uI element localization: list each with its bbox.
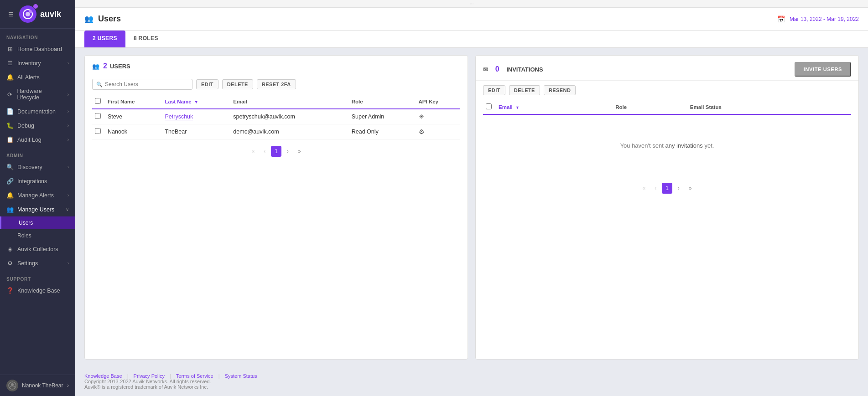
sidebar-item-label: Manage Alerts xyxy=(17,192,54,199)
sidebar-item-debug[interactable]: 🐛 Debug › xyxy=(0,118,75,133)
footer-link-system-status[interactable]: System Status xyxy=(225,373,257,379)
topbar: 👥 Users 📅 Mar 13, 2022 - Mar 19, 2022 xyxy=(75,8,868,31)
inv-delete-button[interactable]: DELETE xyxy=(509,85,540,95)
logo-text: auvik xyxy=(40,10,61,19)
chevron-right-icon: › xyxy=(68,109,69,114)
inv-pg-last-button[interactable]: » xyxy=(685,183,696,194)
col-email[interactable]: Email xyxy=(230,94,348,109)
support-section-label: SUPPORT xyxy=(0,270,75,283)
footer-link-knowledge-base[interactable]: Knowledge Base xyxy=(84,373,122,379)
sidebar-item-audit-log[interactable]: 📋 Audit Log › xyxy=(0,133,75,147)
inv-select-all-checkbox[interactable] xyxy=(486,103,492,109)
collectors-icon: ◈ xyxy=(6,246,14,252)
inv-pg-next-button[interactable]: › xyxy=(674,183,683,194)
col-role[interactable]: Role xyxy=(349,94,416,109)
user-profile-button[interactable]: Nanook TheBear › xyxy=(0,375,75,396)
sidebar-subitem-label: Users xyxy=(19,220,33,226)
invitations-toolbar: EDIT DELETE RESEND xyxy=(476,81,858,100)
sidebar-subitem-label: Roles xyxy=(17,232,31,239)
sidebar-item-all-alerts[interactable]: 🔔 All Alerts xyxy=(0,70,75,84)
user-api-icon[interactable]: ✳ xyxy=(416,109,460,124)
sidebar-item-manage-users[interactable]: 👥 Manage Users ∨ xyxy=(0,202,75,216)
inv-pg-first-button[interactable]: « xyxy=(639,183,649,194)
sidebar-item-label: All Alerts xyxy=(17,74,40,81)
sidebar-item-hardware-lifecycle[interactable]: ⟳ Hardware Lifecycle › xyxy=(0,84,75,104)
user-role: Super Admin xyxy=(349,109,416,124)
users-table-header: First Name Last Name ▼ Email Role xyxy=(92,94,460,109)
sidebar-subitem-roles[interactable]: Roles xyxy=(0,229,75,242)
sidebar-item-label: Settings xyxy=(17,260,38,267)
hamburger-button[interactable]: ☰ xyxy=(6,9,16,20)
tab-users[interactable]: 2 USERS xyxy=(84,31,125,47)
sidebar-item-auvik-collectors[interactable]: ◈ Auvik Collectors xyxy=(0,242,75,256)
date-range-area: 📅 Mar 13, 2022 - Mar 19, 2022 xyxy=(777,15,859,23)
users-panel-title: 2 USERS xyxy=(103,62,130,70)
pg-page-1-button[interactable]: 1 xyxy=(271,146,281,157)
inv-resend-button[interactable]: RESEND xyxy=(544,85,576,95)
sidebar-item-knowledge-base[interactable]: ❓ Knowledge Base xyxy=(0,283,75,298)
reset-2fa-button[interactable]: RESET 2FA xyxy=(257,79,296,89)
footer-link-terms-of-service[interactable]: Terms of Service xyxy=(176,373,213,379)
invitations-panel-title: ✉ 0 INVITATIONS xyxy=(483,65,543,73)
inv-col-role[interactable]: Role xyxy=(613,100,687,114)
users-table-body: Steve Petryschuk spetryschuk@auvik.com S… xyxy=(92,109,460,139)
tab-roles[interactable]: 8 ROLES xyxy=(125,31,166,47)
row-checkbox-cell[interactable] xyxy=(92,124,105,139)
user-name-label: Nanook TheBear xyxy=(22,382,63,389)
search-input[interactable] xyxy=(105,81,188,87)
users-title-label: USERS xyxy=(110,63,130,70)
footer: Knowledge Base | Privacy Policy | Terms … xyxy=(75,367,868,396)
pg-first-button[interactable]: « xyxy=(248,146,258,157)
pg-last-button[interactable]: » xyxy=(294,146,305,157)
sidebar-item-inventory[interactable]: ☰ Inventory › xyxy=(0,56,75,70)
sidebar-subitem-users[interactable]: Users xyxy=(0,216,75,229)
inv-pg-page-1-button[interactable]: 1 xyxy=(662,183,672,194)
sidebar-item-settings[interactable]: ⚙ Settings › xyxy=(0,256,75,270)
inv-col-email[interactable]: Email ▼ xyxy=(496,100,613,114)
sidebar-item-documentation[interactable]: 📄 Documentation › xyxy=(0,104,75,118)
doc-icon: 📄 xyxy=(6,108,14,115)
invite-users-button[interactable]: INVITE USERS xyxy=(795,62,851,77)
inv-edit-button[interactable]: EDIT xyxy=(483,85,505,95)
alert-icon: 🔔 xyxy=(6,74,14,81)
footer-link-privacy-policy[interactable]: Privacy Policy xyxy=(134,373,165,379)
user-last-name: TheBear xyxy=(162,124,230,139)
user-api-icon[interactable]: ⚙ xyxy=(416,124,460,139)
col-first-name[interactable]: First Name xyxy=(105,94,162,109)
manage-users-icon: 👥 xyxy=(6,206,14,213)
nav-section-label: NAVIGATION xyxy=(0,29,75,42)
sidebar-item-label: Discovery xyxy=(17,164,42,170)
inv-pg-prev-button[interactable]: ‹ xyxy=(651,183,660,194)
invitations-title-label: INVITATIONS xyxy=(506,66,543,73)
select-all-header[interactable] xyxy=(92,94,105,109)
sidebar-item-discovery[interactable]: 🔍 Discovery › xyxy=(0,160,75,174)
search-icon: 🔍 xyxy=(96,82,103,87)
inv-select-all-header[interactable] xyxy=(483,100,496,114)
row-checkbox[interactable] xyxy=(95,113,101,119)
users-table: First Name Last Name ▼ Email Role xyxy=(92,94,460,139)
sidebar-item-home-dashboard[interactable]: ⊞ Home Dashboard xyxy=(0,42,75,56)
edit-button[interactable]: EDIT xyxy=(196,79,218,89)
chevron-right-icon: › xyxy=(68,123,69,128)
delete-button[interactable]: DELETE xyxy=(222,79,253,89)
calendar-icon: 📅 xyxy=(777,15,785,23)
users-panel: 👥 2 USERS 🔍 EDIT DELETE RESET 2FA xyxy=(84,55,468,360)
col-api-key[interactable]: API Key xyxy=(416,94,460,109)
row-checkbox[interactable] xyxy=(95,128,101,134)
sidebar-item-integrations[interactable]: 🔗 Integrations xyxy=(0,174,75,188)
pg-next-button[interactable]: › xyxy=(283,146,292,157)
sidebar-item-label: Manage Users xyxy=(17,206,54,213)
inv-col-email-status[interactable]: Email Status xyxy=(687,100,851,114)
table-row: Steve Petryschuk spetryschuk@auvik.com S… xyxy=(92,109,460,124)
select-all-checkbox[interactable] xyxy=(95,98,101,104)
logo-icon xyxy=(19,5,36,23)
invitations-table-header: Email ▼ Role Email Status xyxy=(483,100,851,114)
pg-prev-button[interactable]: ‹ xyxy=(260,146,269,157)
user-last-name: Petryschuk xyxy=(162,109,230,124)
sidebar-item-manage-alerts[interactable]: 🔔 Manage Alerts › xyxy=(0,188,75,202)
users-pagination: « ‹ 1 › » xyxy=(85,139,468,163)
col-last-name[interactable]: Last Name ▼ xyxy=(162,94,230,109)
search-box[interactable]: 🔍 xyxy=(92,79,192,90)
row-checkbox-cell[interactable] xyxy=(92,109,105,124)
audit-icon: 📋 xyxy=(6,136,14,143)
